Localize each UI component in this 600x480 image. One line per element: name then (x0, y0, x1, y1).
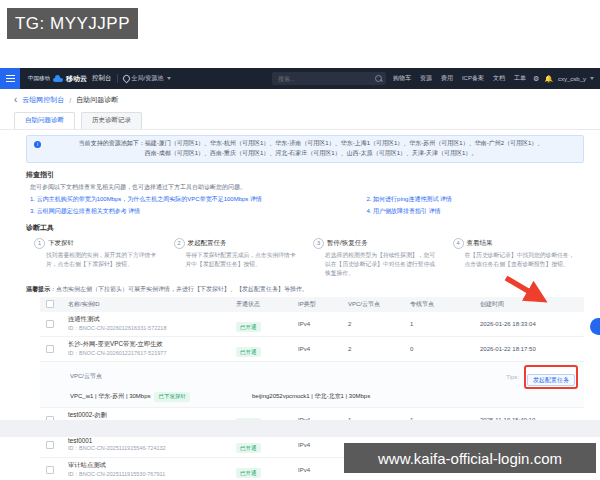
instance-id: ID：BNOC-CN-2026012217617-521977 (68, 350, 236, 357)
row-checkbox[interactable] (46, 441, 54, 449)
status-badge: 已开通 (236, 322, 261, 332)
global-search-box (272, 72, 386, 85)
instance-name: test0002-勿删 (68, 411, 236, 420)
tools-section-title: 诊断工具 (26, 223, 584, 233)
hamburger-menu-icon[interactable] (0, 68, 20, 89)
tips-label: Tips: (506, 374, 519, 380)
username-label: cxy_csb_y (558, 76, 586, 82)
console-label[interactable]: 控制台 (92, 74, 112, 83)
col-name-id: 名称/实例ID (68, 300, 236, 309)
nav-item-cart[interactable]: 购物车 (391, 74, 413, 83)
instance-name: test0001 (68, 437, 236, 444)
vpc-node-detail: VPC_w1 | 华东-苏州 | 30Mbps (70, 392, 150, 401)
instance-name: 审计站点测试 (68, 461, 236, 470)
page-bottom-band (0, 420, 600, 437)
guide-links: 1. 云内主机购买的带宽为100Mbps，为什么主机之间实际的VPC带宽不足10… (26, 195, 584, 216)
vpc-node-detail-2: beijing2052vpcmock1 | 华北-北京1 | 30Mbps (252, 392, 370, 401)
guide-section-title: 排查指引 (26, 170, 584, 180)
breadcrumb-current: 自助问题诊断 (76, 95, 118, 105)
col-line-nodes: 专线节点 (410, 300, 480, 309)
created-time: 2026-01-26 18:33:04 (480, 321, 578, 327)
nav-item-billing[interactable]: 费用 (439, 74, 455, 83)
line-node-count: 1 (410, 321, 480, 327)
row-checkbox[interactable] (46, 466, 54, 474)
guide-link-3[interactable]: 3. 云组网问题定位排查相关文档参考 详情 (30, 207, 356, 216)
ip-type: IPv4 (298, 321, 348, 327)
step-start-config-task: 2 发起配置任务 等待下发探针配置完成后，点击实例详情卡片中【发起配置任务】按钮… (174, 238, 302, 278)
tab-history-records[interactable]: 历史诊断记录 (81, 112, 142, 129)
tab-self-diagnosis[interactable]: 自助问题诊断 (14, 112, 75, 129)
status-badge: 已开通 (236, 468, 261, 478)
col-vpc-nodes: VPC/云节点 (348, 300, 410, 309)
back-arrow-icon[interactable]: ‹ (14, 95, 17, 105)
notice-line-2: 西南-成都（可用区1）、西南-重庆（可用区1）、河北-石家庄（可用区1）、山西-… (47, 149, 575, 159)
search-icon[interactable] (375, 75, 382, 82)
guide-intro-text: 您可参阅以下文档排查常见相关问题，也可选择通过下方工具自助诊断您的问题。 (26, 183, 584, 192)
brand-product-label: 移动云 (66, 74, 87, 84)
diagnosis-steps: 1 下发探针 找到需要检测的实例，展开其的下方详情卡片，点击右侧【下发探针】按钮… (26, 236, 584, 278)
url-watermark-badge: www.kaifa-official-login.com (344, 443, 596, 473)
tip-row: 温馨提示 ：点击实例左侧（下拉箭头）可展开实例详情，并进行【下发探针】、【发起配… (26, 285, 584, 294)
row-checkbox[interactable] (46, 345, 54, 353)
step-number-badge: 1 (34, 238, 45, 249)
step-description: 等待下发探针配置完成后，点击实例详情卡片中【发起配置任务】按钮。 (186, 251, 302, 269)
ip-type: IPv4 (298, 467, 348, 473)
tg-watermark-badge: TG: MYYJJPP (7, 8, 138, 39)
step-description: 找到需要检测的实例，展开其的下方详情卡片，点击右侧【下发探针】按钮。 (46, 251, 162, 269)
search-input[interactable] (276, 75, 372, 83)
guide-link-1[interactable]: 1. 云内主机购买的带宽为100Mbps，为什么主机之间实际的VPC带宽不足10… (30, 195, 356, 204)
nav-item-icp[interactable]: ICP备案 (460, 74, 486, 83)
step-title: 暂停/恢复任务 (327, 239, 368, 248)
guide-link-2[interactable]: 2. 如何进行ping连通性测试 详情 (366, 195, 584, 204)
select-all-checkbox[interactable] (46, 300, 54, 308)
assistant-float-button[interactable] (590, 318, 600, 335)
brand-logo: 中国移动 移动云 (28, 74, 87, 84)
breadcrumb-separator: / (69, 97, 71, 104)
expanded-detail-row: VPC/云节点 Tips: 发起配置任务 VPC_w1 | 华东-苏州 | 30… (40, 362, 584, 408)
status-badge: 已开通 (236, 443, 261, 453)
region-notice-banner: i 当前支持的资源池如下：福建-厦门（可用区1）、华东-杭州（可用区1）、华东-… (26, 135, 584, 163)
tip-text: ：点击实例左侧（下拉箭头）可展开实例详情，并进行【下发探针】、【发起配置任务】等… (50, 285, 308, 294)
row-checkbox[interactable] (46, 320, 54, 328)
notice-line-1: 当前支持的资源池如下：福建-厦门（可用区1）、华东-杭州（可用区1）、华东-济南… (47, 139, 575, 149)
gear-icon[interactable]: ⚙ (533, 75, 539, 82)
step-pause-resume-task: 3 暂停/恢复任务 若选择的检测类型为【持续性探测】，您可以在【历史诊断记录】中… (313, 238, 441, 278)
nav-item-docs[interactable]: 文档 (491, 74, 507, 83)
console-screenshot: 中国移动 移动云 控制台 全局/资源池 购物车 资源 费用 ICP备案 文档 工… (0, 68, 600, 437)
col-status: 开通状态 (236, 300, 298, 309)
status-badge: 已开通 (236, 347, 261, 357)
ip-type: IPv4 (298, 442, 348, 448)
step-description: 若选择的检测类型为【持续性探测】，您可以在【历史诊断记录】中对任务进行暂停或恢复… (325, 251, 441, 278)
instance-id: ID：BNOC-CN-2026012616331-572218 (68, 325, 236, 332)
step-number-badge: 3 (313, 238, 324, 249)
col-ip-type: IP类型 (298, 300, 348, 309)
step-title: 发起配置任务 (188, 239, 227, 248)
expanded-group-label: VPC/云节点 (70, 372, 102, 381)
step-view-result: 4 查看结果 在【历史诊断记录】中找到您的诊断任务，点击该任务右侧【查看诊断报告… (453, 238, 581, 278)
breadcrumb: ‹ 云组网控制台 / 自助问题诊断 (0, 89, 600, 111)
step-title: 下发探针 (48, 239, 74, 248)
start-config-task-button[interactable]: 发起配置任务 (527, 374, 575, 386)
ip-type: IPv4 (298, 346, 348, 352)
bell-icon[interactable]: 🔔 (544, 75, 553, 82)
step-description: 在【历史诊断记录】中找到您的诊断任务，点击该任务右侧【查看诊断报告】按钮。 (465, 251, 581, 269)
info-icon: i (34, 141, 41, 148)
topbar-divider (117, 74, 118, 83)
user-menu[interactable]: cxy_csb_y (558, 76, 594, 82)
breadcrumb-parent-link[interactable]: 云组网控制台 (22, 95, 64, 105)
nav-item-resources[interactable]: 资源 (418, 74, 434, 83)
nav-item-tickets[interactable]: 工单 (512, 74, 528, 83)
table-row: 连通性测试 ID：BNOC-CN-2026012616331-572218 已开… (40, 312, 584, 337)
tab-bar: 自助问题诊断 历史诊断记录 (0, 111, 600, 130)
chevron-down-icon (590, 77, 594, 80)
top-navbar: 中国移动 移动云 控制台 全局/资源池 购物车 资源 费用 ICP备案 文档 工… (0, 68, 600, 89)
annotation-highlight-box: 发起配置任务 (524, 365, 578, 389)
created-time: 2026-01-22 18:17:50 (480, 346, 578, 352)
chevron-down-icon (167, 77, 171, 80)
probe-sent-badge: 已下发探针 (154, 392, 190, 402)
region-selector[interactable]: 全局/资源池 (123, 74, 172, 83)
tip-label: 温馨提示 (26, 285, 50, 294)
region-selector-label: 全局/资源池 (132, 74, 164, 83)
step-number-badge: 4 (453, 238, 464, 249)
guide-link-4[interactable]: 4. 用户侧故障排查指引 详情 (366, 207, 584, 216)
